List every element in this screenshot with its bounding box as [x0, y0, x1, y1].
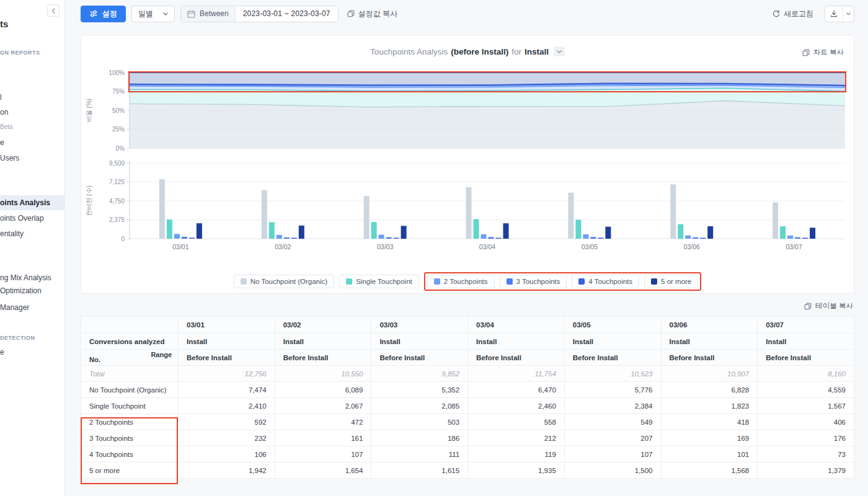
table-cell: Install — [661, 334, 758, 350]
table-cell: Before Install — [758, 350, 854, 366]
table-cell: 2,410 — [179, 398, 275, 414]
chart-title-dropdown[interactable] — [554, 46, 565, 56]
table-cell: Before Install — [661, 350, 758, 366]
download-button[interactable] — [825, 6, 854, 22]
table-row: 4 Touchpoints10610711111910710173 — [81, 446, 854, 463]
svg-text:0%: 0% — [116, 145, 125, 152]
bar — [787, 236, 793, 239]
table-cell: 1,935 — [468, 463, 565, 479]
table-cell: 212 — [468, 430, 565, 446]
table-cell: 6,470 — [468, 382, 565, 398]
sidebar-item-beta-badge[interactable]: Beta — [0, 120, 65, 135]
table-col-header: 03/04 — [468, 317, 565, 334]
legend-item[interactable]: No Touchpoint (Organic) — [234, 275, 334, 288]
stacked-area-chart: 0%25%50%75%100%비율 (%) — [81, 66, 854, 154]
copy-table-button[interactable]: 테이블 복사 — [804, 301, 853, 311]
bar — [575, 219, 581, 239]
table-cell: 558 — [468, 414, 565, 430]
sidebar-item[interactable]: Users — [0, 151, 65, 166]
table-cell: 406 — [758, 414, 854, 430]
chart-card: Touchpoints Analysis (before Install) fo… — [81, 35, 854, 294]
bar — [284, 237, 290, 239]
table-cell: Install — [275, 334, 371, 350]
table-cell: Before Install — [468, 350, 565, 366]
table-row: Total12,75610,5509,85211,75410,52310,907… — [81, 366, 854, 382]
legend-label: No Touchpoint (Organic) — [250, 278, 327, 285]
chevron-left-icon — [51, 8, 55, 14]
refresh-label: 새로고침 — [784, 9, 813, 19]
table-cell: Install — [564, 334, 661, 350]
legend-item[interactable]: 2 Touchpoints — [427, 275, 495, 288]
sidebar-item-touchpoints-overlap[interactable]: oints Overlap — [0, 211, 65, 226]
svg-text:75%: 75% — [112, 88, 125, 95]
date-range-value: 2023-03-01 ~ 2023-03-07 — [236, 6, 338, 22]
table-cell: 6,089 — [275, 382, 371, 398]
table-cell: Install — [468, 334, 565, 350]
table-cell: 9,852 — [371, 366, 468, 382]
area-series — [130, 73, 845, 86]
bar — [780, 226, 786, 239]
granularity-dropdown[interactable]: 일별 — [131, 6, 175, 22]
sidebar-section-detection: DETECTION — [0, 335, 35, 341]
bar — [182, 237, 187, 239]
sidebar-item-manager[interactable]: Manager — [0, 300, 65, 315]
sidebar-item-incrementality[interactable]: entality — [0, 226, 65, 241]
annotation-box-legend: 2 Touchpoints3 Touchpoints4 Touchpoints5… — [424, 272, 702, 291]
bar — [262, 190, 267, 239]
chart-title: Touchpoints Analysis (before Install) fo… — [81, 46, 854, 56]
bar — [364, 196, 370, 239]
sidebar-item[interactable]: l — [0, 90, 65, 105]
table-cell: 1,942 — [179, 463, 275, 479]
copy-icon — [802, 49, 810, 56]
table-row-label: 2 Touchpoints — [81, 414, 179, 430]
legend-item[interactable]: 4 Touchpoints — [572, 275, 639, 288]
settings-button[interactable]: 설정 — [81, 6, 126, 22]
bar — [503, 223, 509, 239]
copy-chart-button[interactable]: 차트 복사 — [802, 48, 844, 57]
table-cell: 8,160 — [758, 366, 854, 382]
sidebar-section-campaign-reports: GN REPORTS — [0, 50, 40, 56]
bar — [496, 238, 502, 239]
sidebar-collapse-button[interactable] — [47, 4, 60, 17]
table-row-label: 4 Touchpoints — [81, 446, 179, 463]
table-section: 테이블 복사 03/0103/0203/0303/0403/0503/0603/… — [81, 301, 854, 479]
legend-item[interactable]: 5 or more — [644, 275, 698, 288]
table-cell: 101 — [661, 446, 758, 463]
bar — [474, 219, 479, 239]
sidebar-item-touchpoints-analysis[interactable]: oints Analysis — [0, 195, 65, 210]
bar — [583, 234, 588, 239]
table-cell: 10,550 — [275, 366, 371, 382]
legend-swatch — [507, 278, 513, 285]
download-options-arrow[interactable] — [843, 6, 854, 22]
bar — [394, 238, 399, 239]
date-range-picker[interactable]: Between 2023-03-01 ~ 2023-03-07 — [180, 6, 339, 22]
chart-title-for: for — [512, 47, 521, 56]
table-cell: 5,776 — [564, 382, 661, 398]
table-cell: 6,828 — [661, 382, 758, 398]
legend-swatch — [346, 278, 352, 285]
refresh-button[interactable]: 새로고침 — [772, 9, 813, 19]
table-cell: 107 — [564, 446, 661, 463]
bar — [174, 234, 180, 239]
sidebar: ts GN REPORTS l on Beta e Users oints An… — [0, 0, 65, 496]
table-row: No Touchpoint (Organic)7,4746,0895,3526,… — [81, 382, 854, 398]
bar — [167, 219, 172, 239]
sidebar-item-optimization[interactable]: Optimization — [0, 283, 65, 298]
sidebar-item[interactable]: e — [0, 135, 65, 150]
table-row-label: No Touchpoint (Organic) — [81, 382, 179, 398]
legend-item[interactable]: Single Touchpoint — [339, 275, 419, 288]
sidebar-item[interactable]: e — [0, 345, 65, 360]
legend-label: 4 Touchpoints — [588, 278, 632, 285]
refresh-icon — [772, 10, 780, 18]
date-range-mode: Between — [181, 6, 236, 22]
download-main — [825, 6, 843, 22]
table-cell: Before Install — [275, 350, 371, 366]
table-cell: 1,567 — [758, 398, 854, 414]
copy-icon — [804, 303, 812, 310]
svg-text:03/04: 03/04 — [479, 243, 495, 250]
copy-settings-button[interactable]: 설정값 복사 — [347, 9, 397, 19]
sidebar-item[interactable]: on — [0, 105, 65, 120]
data-table-wrapper: 03/0103/0203/0303/0403/0503/0603/07Conve… — [81, 316, 854, 479]
table-conversions-row: Conversions analyzedInstallInstallInstal… — [81, 334, 854, 350]
legend-item[interactable]: 3 Touchpoints — [500, 275, 567, 288]
